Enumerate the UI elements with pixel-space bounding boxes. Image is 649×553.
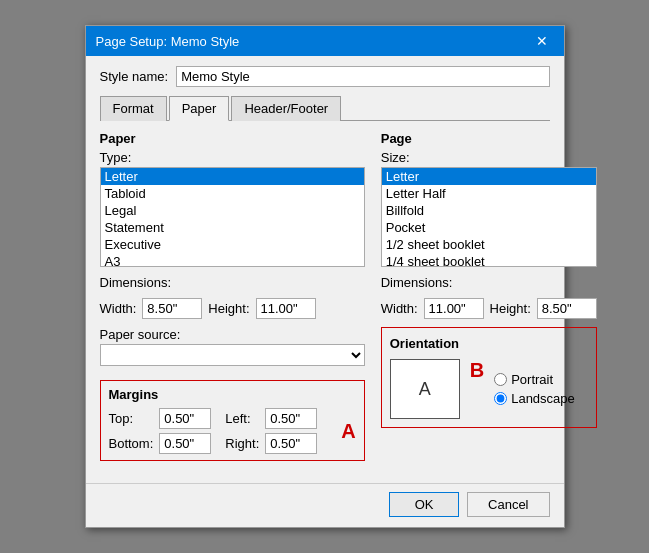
style-name-input[interactable] xyxy=(176,66,549,87)
bottom-label: Bottom: xyxy=(109,436,154,451)
close-button[interactable]: ✕ xyxy=(530,32,554,50)
margin-badge-a: A xyxy=(341,420,355,443)
list-item[interactable]: Pocket xyxy=(382,219,596,236)
right-margin-label: Right: xyxy=(225,436,259,451)
list-item[interactable]: 1/2 sheet booklet xyxy=(382,236,596,253)
portrait-label[interactable]: Portrait xyxy=(511,372,553,387)
right-width-label: Width: xyxy=(381,301,418,316)
right-dimensions-row: Dimensions: xyxy=(381,275,597,290)
dialog-body: Style name: Format Paper Header/Footer P… xyxy=(86,56,564,473)
orientation-inner: A B Portrait Landscape xyxy=(390,359,588,419)
list-item[interactable]: Billfold xyxy=(382,202,596,219)
bottom-input[interactable] xyxy=(159,433,211,454)
tab-paper[interactable]: Paper xyxy=(169,96,230,121)
left-dim-values: Width: Height: xyxy=(100,298,365,319)
paper-section-title: Paper xyxy=(100,131,365,146)
page-size-listbox[interactable]: Letter Letter Half Billfold Pocket 1/2 s… xyxy=(381,167,597,267)
orientation-title: Orientation xyxy=(390,336,588,351)
content-area: Paper Type: Letter Tabloid Legal Stateme… xyxy=(100,131,550,461)
dialog-title: Page Setup: Memo Style xyxy=(96,34,240,49)
style-name-row: Style name: xyxy=(100,66,550,87)
top-input[interactable] xyxy=(159,408,211,429)
height-input[interactable] xyxy=(256,298,316,319)
width-label: Width: xyxy=(100,301,137,316)
width-input[interactable] xyxy=(142,298,202,319)
portrait-row: Portrait xyxy=(494,372,575,387)
page-section-title: Page xyxy=(381,131,597,146)
cancel-button[interactable]: Cancel xyxy=(467,492,549,517)
tab-header-footer[interactable]: Header/Footer xyxy=(231,96,341,121)
preview-letter: A xyxy=(419,379,431,400)
landscape-row: Landscape xyxy=(494,391,575,406)
right-input[interactable] xyxy=(265,433,317,454)
dialog: Page Setup: Memo Style ✕ Style name: For… xyxy=(85,25,565,528)
ok-button[interactable]: OK xyxy=(389,492,459,517)
right-column: Page Size: Letter Letter Half Billfold P… xyxy=(381,131,597,461)
list-item[interactable]: Letter Half xyxy=(382,185,596,202)
source-label: Paper source: xyxy=(100,327,365,342)
right-dimensions-label: Dimensions: xyxy=(381,275,453,290)
title-bar: Page Setup: Memo Style ✕ xyxy=(86,26,564,56)
height-label: Height: xyxy=(208,301,249,316)
margins-grid: Top: Left: A Bottom: Right: xyxy=(109,408,356,454)
margins-box: Margins Top: Left: A Bottom: Right: xyxy=(100,380,365,461)
list-item[interactable]: Tabloid xyxy=(101,185,364,202)
list-item[interactable]: Executive xyxy=(101,236,364,253)
paper-type-listbox[interactable]: Letter Tabloid Legal Statement Executive… xyxy=(100,167,365,267)
source-select[interactable] xyxy=(100,344,365,366)
right-dim-values: Width: Height: xyxy=(381,298,597,319)
left-input[interactable] xyxy=(265,408,317,429)
landscape-radio[interactable] xyxy=(494,392,507,405)
left-dimensions-row: Dimensions: xyxy=(100,275,365,290)
radio-group: Portrait Landscape xyxy=(494,372,575,406)
right-height-input[interactable] xyxy=(537,298,597,319)
dialog-footer: OK Cancel xyxy=(86,483,564,527)
list-item[interactable]: Letter xyxy=(382,168,596,185)
left-column: Paper Type: Letter Tabloid Legal Stateme… xyxy=(100,131,365,461)
orientation-box: Orientation A B Portrait xyxy=(381,327,597,428)
tab-bar: Format Paper Header/Footer xyxy=(100,95,550,121)
dimensions-label: Dimensions: xyxy=(100,275,172,290)
portrait-radio[interactable] xyxy=(494,373,507,386)
list-item[interactable]: Letter xyxy=(101,168,364,185)
list-item[interactable]: Statement xyxy=(101,219,364,236)
style-name-label: Style name: xyxy=(100,69,169,84)
margins-title: Margins xyxy=(109,387,356,402)
list-item[interactable]: 1/4 sheet booklet xyxy=(382,253,596,267)
tab-format[interactable]: Format xyxy=(100,96,167,121)
top-label: Top: xyxy=(109,411,154,426)
page-preview: A xyxy=(390,359,460,419)
list-item[interactable]: A3 xyxy=(101,253,364,267)
landscape-label[interactable]: Landscape xyxy=(511,391,575,406)
orientation-badge-b: B xyxy=(470,359,484,382)
left-margin-label: Left: xyxy=(225,411,259,426)
size-label: Size: xyxy=(381,150,597,165)
right-height-label: Height: xyxy=(490,301,531,316)
list-item[interactable]: Legal xyxy=(101,202,364,219)
type-label: Type: xyxy=(100,150,365,165)
right-width-input[interactable] xyxy=(424,298,484,319)
